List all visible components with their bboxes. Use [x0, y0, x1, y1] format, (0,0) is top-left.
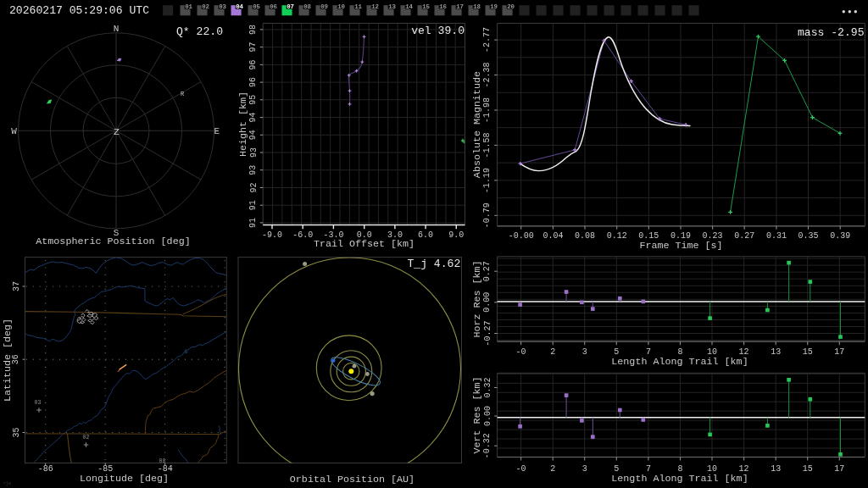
svg-text:0.00: 0.00: [483, 292, 492, 313]
svg-text:-86: -86: [38, 464, 53, 474]
svg-text:02: 02: [202, 3, 209, 10]
svg-text:Length Along Trail [km]: Length Along Trail [km]: [611, 473, 748, 485]
svg-text:03: 03: [35, 400, 42, 406]
svg-text:0.31: 0.31: [766, 231, 787, 241]
svg-text:3: 3: [582, 464, 587, 474]
svg-text:17: 17: [834, 464, 844, 474]
svg-text:Q* 22.0: Q* 22.0: [176, 25, 223, 38]
svg-text:06: 06: [270, 3, 277, 10]
svg-text:05: 05: [253, 3, 260, 10]
svg-text:20: 20: [507, 3, 515, 10]
svg-text:mass -2.95: mass -2.95: [798, 26, 865, 39]
svg-text:2: 2: [550, 464, 555, 474]
svg-text:-85: -85: [97, 464, 113, 474]
svg-text:09: 09: [320, 3, 328, 10]
svg-text:E: E: [214, 126, 220, 136]
svg-text:08: 08: [303, 3, 311, 10]
svg-text:0.00: 0.00: [483, 406, 492, 426]
svg-text:-0.32: -0.32: [483, 433, 492, 458]
svg-text:04: 04: [236, 3, 243, 10]
svg-text:19: 19: [490, 3, 498, 10]
svg-text:-9.0: -9.0: [262, 230, 282, 240]
svg-text:15: 15: [422, 3, 430, 10]
svg-text:-6.0: -6.0: [292, 230, 313, 240]
svg-text:13: 13: [771, 464, 781, 474]
svg-text:W: W: [11, 126, 17, 136]
svg-text:6.0: 6.0: [418, 230, 433, 240]
svg-text:-0.00: -0.00: [509, 231, 534, 241]
svg-text:-0.27: -0.27: [483, 320, 492, 346]
svg-text:91: 91: [249, 218, 259, 228]
svg-text:Horz Res [km]: Horz Res [km]: [471, 260, 483, 337]
svg-text:03: 03: [219, 3, 226, 10]
svg-text:16: 16: [439, 3, 447, 10]
svg-text:-1.19: -1.19: [482, 168, 492, 193]
svg-text:0.12: 0.12: [607, 231, 627, 241]
svg-text:17: 17: [456, 3, 464, 10]
svg-text:15: 15: [803, 347, 813, 357]
svg-text:91: 91: [249, 200, 259, 210]
svg-text:0.27: 0.27: [483, 261, 492, 281]
svg-text:11: 11: [354, 3, 362, 10]
svg-text:12: 12: [371, 3, 379, 10]
svg-text:Trail Offset [km]: Trail Offset [km]: [314, 238, 415, 250]
svg-text:93: 93: [249, 165, 259, 175]
svg-text:Vert Res [km]: Vert Res [km]: [471, 376, 483, 453]
svg-text:Frame Time [s]: Frame Time [s]: [639, 240, 722, 252]
svg-text:-0.79: -0.79: [482, 202, 492, 228]
svg-text:Atmospheric Position [deg]: Atmospheric Position [deg]: [36, 236, 190, 247]
svg-text:Length Along Trail [km]: Length Along Trail [km]: [611, 356, 748, 368]
svg-text:vel 39.0: vel 39.0: [411, 25, 465, 37]
svg-text:0.35: 0.35: [798, 231, 818, 241]
svg-text:-0: -0: [516, 347, 526, 357]
svg-text:18: 18: [473, 3, 481, 10]
svg-text:94: 94: [249, 113, 259, 123]
svg-text:97: 97: [249, 42, 259, 53]
svg-text:0.04: 0.04: [542, 231, 563, 241]
svg-text:9.0: 9.0: [448, 230, 464, 240]
svg-text:-1.58: -1.58: [482, 132, 492, 158]
svg-text:96: 96: [249, 59, 259, 69]
svg-text:01: 01: [185, 3, 192, 10]
svg-text:0.39: 0.39: [830, 231, 850, 241]
svg-text:-1.98: -1.98: [482, 97, 492, 123]
svg-text:3: 3: [582, 347, 587, 357]
svg-text:-2.38: -2.38: [482, 62, 492, 87]
svg-text:14: 14: [405, 3, 413, 10]
svg-text:35: 35: [12, 427, 21, 437]
svg-text:0.32: 0.32: [483, 377, 492, 397]
svg-text:Orbital Position [AU]: Orbital Position [AU]: [290, 474, 415, 485]
svg-text:94: 94: [249, 130, 259, 140]
svg-text:07: 07: [287, 3, 294, 10]
svg-text:13: 13: [771, 347, 781, 357]
svg-text:Absolute Magnitude: Absolute Magnitude: [471, 71, 483, 178]
svg-text:Longitude [deg]: Longitude [deg]: [80, 473, 169, 485]
svg-text:N: N: [114, 24, 120, 34]
svg-text:20260217 05:29:06 UTC: 20260217 05:29:06 UTC: [9, 4, 149, 17]
svg-text:-84: -84: [158, 464, 173, 474]
svg-text:0.08: 0.08: [575, 231, 595, 241]
svg-text:96: 96: [249, 77, 259, 87]
svg-text:Height [km]: Height [km]: [237, 92, 249, 157]
svg-text:Z: Z: [114, 126, 120, 137]
svg-text:Latitude [deg]: Latitude [deg]: [2, 319, 14, 402]
svg-text:95: 95: [249, 95, 259, 105]
svg-text:-2.77: -2.77: [482, 27, 492, 53]
svg-text:10: 10: [337, 3, 345, 10]
svg-text:98: 98: [249, 25, 259, 35]
svg-text:92: 92: [249, 182, 259, 192]
svg-text:17: 17: [834, 347, 844, 357]
svg-text:93: 93: [249, 147, 259, 158]
svg-text:2: 2: [550, 347, 555, 357]
svg-text:02: 02: [83, 435, 90, 441]
svg-text:37: 37: [12, 281, 21, 291]
svg-text:-0: -0: [516, 464, 526, 474]
svg-text:0.27: 0.27: [734, 231, 754, 241]
svg-text:13: 13: [388, 3, 396, 10]
svg-text:15: 15: [803, 464, 813, 474]
svg-text:T_j 4.62: T_j 4.62: [407, 258, 460, 270]
svg-text:rjw: rjw: [3, 481, 11, 486]
